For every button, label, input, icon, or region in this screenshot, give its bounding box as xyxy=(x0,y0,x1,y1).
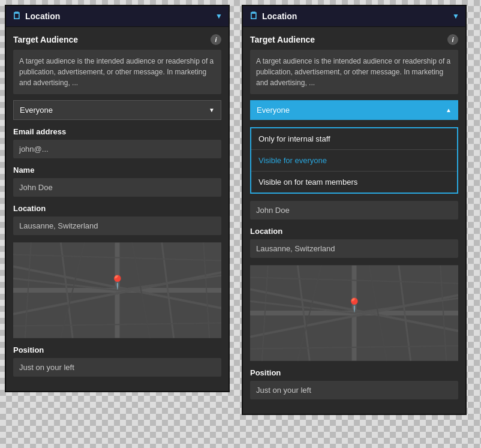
panel-2-header-left: 🗒 Location xyxy=(249,11,297,22)
audience-dropdown-2-value: Everyone xyxy=(257,106,290,115)
audience-dropdown-menu: Only for internal staff Visible for ever… xyxy=(250,127,458,194)
position-label-2: Position xyxy=(250,368,458,377)
panel-1: 🗒 Location ▼ Target Audience i A target … xyxy=(5,5,230,392)
email-value: john@... xyxy=(13,140,221,158)
position-value-2: Just on your left xyxy=(250,381,458,399)
panel-1-header: 🗒 Location ▼ xyxy=(6,6,229,27)
panel-1-body: Target Audience i A target audience is t… xyxy=(6,27,229,391)
location-icon-2: 🗒 xyxy=(249,11,258,22)
name-label-1: Name xyxy=(13,166,221,175)
panel-2-section-title: Target Audience i xyxy=(250,34,458,45)
audience-dropdown-1-value: Everyone xyxy=(20,106,53,115)
map-2: 📍 xyxy=(250,265,458,361)
panel-1-header-left: 🗒 Location xyxy=(12,11,60,22)
panel-2: 🗒 Location ▼ Target Audience i A target … xyxy=(242,5,467,415)
panel-2-title: Location xyxy=(262,11,297,21)
map-pin-1: 📍 xyxy=(109,275,125,290)
location-value-2: Lausanne, Switzerland xyxy=(250,239,458,258)
panel-2-description: A target audience is the intended audien… xyxy=(250,50,458,94)
location-label-1: Location xyxy=(13,204,221,213)
audience-dropdown-2-arrow: ▲ xyxy=(446,107,452,113)
email-label: Email address xyxy=(13,127,221,136)
info-icon-2[interactable]: i xyxy=(447,34,458,45)
map-1: 📍 xyxy=(13,242,221,338)
panel-1-section-title: Target Audience i xyxy=(13,34,221,45)
map-pin-2: 📍 xyxy=(346,297,362,313)
menu-item-team-members[interactable]: Visible on for team members xyxy=(251,172,457,193)
audience-dropdown-1[interactable]: Everyone ▼ xyxy=(13,100,221,120)
panel-2-body: Target Audience i A target audience is t… xyxy=(243,27,465,414)
position-value-1: Just on your left xyxy=(13,358,221,377)
position-label-1: Position xyxy=(13,345,221,354)
name-value-1: John Doe xyxy=(13,178,221,197)
info-icon-1[interactable]: i xyxy=(211,34,221,45)
panel-1-title: Location xyxy=(25,11,60,21)
location-value-1: Lausanne, Switzerland xyxy=(13,217,221,235)
panel-1-chevron[interactable]: ▼ xyxy=(215,12,223,20)
audience-dropdown-1-arrow: ▼ xyxy=(209,107,215,113)
location-icon-1: 🗒 xyxy=(12,11,22,22)
location-label-2: Location xyxy=(250,227,458,236)
menu-item-visible-everyone[interactable]: Visible for everyone xyxy=(251,150,457,172)
panel-2-header: 🗒 Location ▼ xyxy=(243,6,465,27)
audience-dropdown-2[interactable]: Everyone ▲ xyxy=(250,100,458,120)
panel-2-chevron[interactable]: ▼ xyxy=(452,12,459,20)
panel-1-description: A target audience is the intended audien… xyxy=(13,50,221,94)
name-value-2: John Doe xyxy=(250,201,458,220)
menu-item-internal-staff[interactable]: Only for internal staff xyxy=(251,128,457,150)
